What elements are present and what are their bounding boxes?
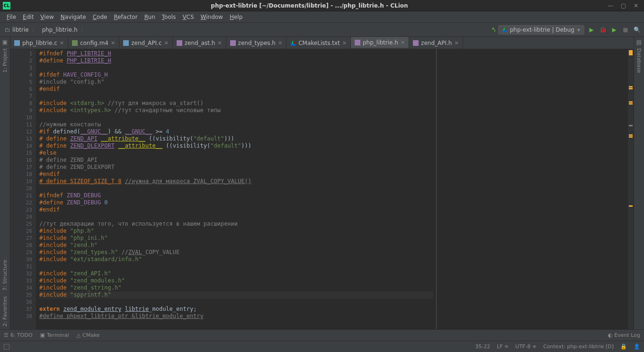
menu-run[interactable]: Run bbox=[142, 13, 158, 21]
close-tab-icon[interactable]: × bbox=[60, 40, 64, 46]
close-tab-icon[interactable]: × bbox=[217, 40, 222, 46]
line-number: 28 bbox=[11, 242, 32, 249]
code-area-right[interactable] bbox=[437, 49, 628, 329]
favorites-tool-label[interactable]: 2: Favorites bbox=[2, 293, 8, 329]
code-line: #include "zend_API.h" bbox=[39, 270, 433, 277]
menu-file[interactable]: File bbox=[4, 13, 19, 21]
code-line: #endif bbox=[39, 86, 433, 93]
tab-zend_API-h[interactable]: zend_API.h× bbox=[409, 37, 463, 49]
line-number: 24 bbox=[11, 213, 32, 220]
editor-pane-left[interactable]: 1234567891011121314151617181920212223242… bbox=[10, 49, 437, 329]
menu-navigate[interactable]: Navigate bbox=[58, 13, 89, 21]
lock-icon[interactable]: 🔒 bbox=[620, 343, 627, 350]
tab-zend_API-c[interactable]: zend_API.c× bbox=[119, 37, 173, 49]
file-icon bbox=[123, 40, 129, 46]
code-line bbox=[39, 185, 433, 192]
coverage-button[interactable]: ▶ bbox=[610, 26, 618, 34]
debug-button[interactable]: 🐞 bbox=[599, 26, 607, 34]
tab-config-m4[interactable]: config.m4× bbox=[68, 37, 119, 49]
titlebar: CL php-ext-libtrie [~/Documents/libtrie]… bbox=[0, 0, 644, 11]
menu-window[interactable]: Window bbox=[198, 13, 226, 21]
status-icon[interactable] bbox=[4, 344, 9, 350]
close-button[interactable]: ✕ bbox=[631, 2, 641, 9]
left-tool-strip: ▣ 1: Project 7: Structure 2: Favorites bbox=[0, 37, 10, 329]
cmake-tool[interactable]: △ CMake bbox=[77, 332, 100, 338]
code-line: # define ZEND_DLEXPORT bbox=[39, 164, 433, 171]
tab-php_libtrie-h[interactable]: php_libtrie.h× bbox=[351, 37, 409, 49]
encoding[interactable]: UTF-8 ≑ bbox=[515, 343, 537, 350]
stop-button[interactable]: ■ bbox=[621, 26, 630, 34]
menu-vcs[interactable]: VCS bbox=[179, 13, 197, 21]
tab-CMakeLists-txt[interactable]: CMakeLists.txt× bbox=[286, 37, 351, 49]
error-mark[interactable] bbox=[629, 101, 633, 103]
context[interactable]: Context: php-ext-libtrie [D] bbox=[543, 343, 614, 350]
menu-refactor[interactable]: Refactor bbox=[111, 13, 140, 21]
line-number: 17 bbox=[11, 164, 32, 171]
terminal-tool[interactable]: ▣ Terminal bbox=[40, 332, 69, 338]
line-number: 33 bbox=[11, 277, 32, 284]
menu-view[interactable]: View bbox=[37, 13, 56, 21]
line-number: 30 bbox=[11, 256, 32, 263]
code-line: # define ZEND_API bbox=[39, 157, 433, 164]
breadcrumb-label: php_libtrie.h bbox=[42, 26, 78, 33]
menu-code[interactable]: Code bbox=[90, 13, 110, 21]
close-tab-icon[interactable]: × bbox=[278, 40, 282, 46]
error-mark[interactable] bbox=[629, 88, 633, 89]
code-line: #ifndef ZEND_DEBUG bbox=[39, 192, 433, 199]
menu-tools[interactable]: Tools bbox=[159, 13, 179, 21]
line-number: 8 bbox=[11, 100, 32, 107]
error-mark[interactable] bbox=[629, 54, 633, 55]
code-area[interactable]: #ifndef PHP_LIBTRIE_H#define PHP_LIBTRIE… bbox=[36, 49, 436, 329]
error-mark[interactable] bbox=[629, 205, 633, 207]
line-number: 34 bbox=[11, 284, 32, 291]
file-icon bbox=[14, 40, 20, 46]
close-tab-icon[interactable]: × bbox=[454, 40, 458, 46]
menu-help[interactable]: Help bbox=[227, 13, 245, 21]
line-number: 25 bbox=[11, 220, 32, 228]
error-mark[interactable] bbox=[629, 86, 633, 88]
tab-zend_types-h[interactable]: zend_types.h× bbox=[226, 37, 287, 49]
close-tab-icon[interactable]: × bbox=[164, 40, 169, 46]
minimize-button[interactable]: — bbox=[605, 2, 616, 9]
line-number: 4 bbox=[11, 71, 32, 79]
code-line: #include <inttypes.h> //тут стандартные … bbox=[39, 107, 433, 114]
folder-icon: 🗀 bbox=[5, 26, 10, 33]
database-tool-label[interactable]: Database bbox=[636, 45, 642, 76]
code-line: #else bbox=[39, 150, 433, 157]
error-mark[interactable] bbox=[629, 136, 633, 138]
code-line: //тут декларации того, что используется … bbox=[39, 220, 433, 228]
search-button[interactable]: 🔍 bbox=[633, 26, 641, 34]
window-controls: — ▢ ✕ bbox=[605, 2, 641, 9]
maximize-button[interactable]: ▢ bbox=[618, 2, 629, 9]
project-tool-label[interactable]: 1: Project bbox=[2, 45, 8, 76]
status-bar: 35:22 LF ≑ UTF-8 ≑ Context: php-ext-libt… bbox=[0, 341, 644, 352]
close-tab-icon[interactable]: × bbox=[401, 39, 405, 45]
file-icon bbox=[355, 40, 360, 45]
run-config-selector[interactable]: php-ext-libtrie | Debug ▾ bbox=[498, 25, 584, 35]
code-line: //нужные константы bbox=[39, 121, 433, 128]
breadcrumb-item[interactable]: php_libtrie.h bbox=[38, 26, 80, 34]
close-tab-icon[interactable]: × bbox=[342, 40, 347, 46]
inspector-icon[interactable]: 👤 bbox=[634, 343, 640, 350]
code-line: #define ZEND_DEBUG 0 bbox=[39, 199, 433, 206]
error-mark[interactable] bbox=[629, 103, 633, 105]
database-tool-icon[interactable]: ▤ bbox=[636, 37, 642, 45]
file-icon bbox=[290, 40, 296, 46]
menu-edit[interactable]: Edit bbox=[20, 13, 36, 21]
structure-tool-label[interactable]: 7: Structure bbox=[2, 257, 8, 293]
tab-php_libtrie-c[interactable]: php_libtrie.c× bbox=[10, 37, 68, 49]
line-number: 20 bbox=[11, 185, 32, 192]
tab-zend_ast-h[interactable]: zend_ast.h× bbox=[173, 37, 226, 49]
error-mark[interactable] bbox=[629, 125, 633, 126]
todo-tool[interactable]: ☰ 6: TODO bbox=[4, 332, 33, 338]
editor-pane-right[interactable] bbox=[437, 49, 634, 329]
run-button[interactable]: ▶ bbox=[587, 26, 596, 34]
line-number: 2 bbox=[11, 57, 32, 64]
line-sep[interactable]: LF ≑ bbox=[497, 343, 509, 350]
breadcrumb-item[interactable]: 🗀libtrie bbox=[3, 26, 31, 34]
project-tool-icon[interactable]: ▣ bbox=[2, 37, 8, 45]
close-tab-icon[interactable]: × bbox=[111, 40, 115, 46]
error-strip[interactable] bbox=[628, 49, 634, 329]
event-log[interactable]: ◐ Event Log bbox=[608, 332, 640, 338]
error-mark[interactable] bbox=[629, 134, 633, 136]
